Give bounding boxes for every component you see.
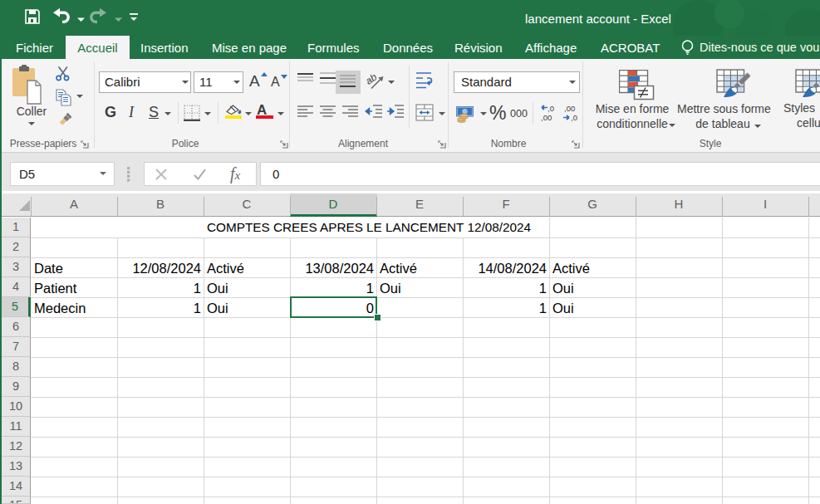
svg-text:,00: ,00 bbox=[564, 104, 575, 113]
svg-text:,0: ,0 bbox=[571, 113, 577, 122]
svg-text:,00: ,00 bbox=[541, 113, 552, 122]
svg-text:,0: ,0 bbox=[547, 104, 554, 113]
svg-text:ab: ab bbox=[366, 71, 380, 86]
